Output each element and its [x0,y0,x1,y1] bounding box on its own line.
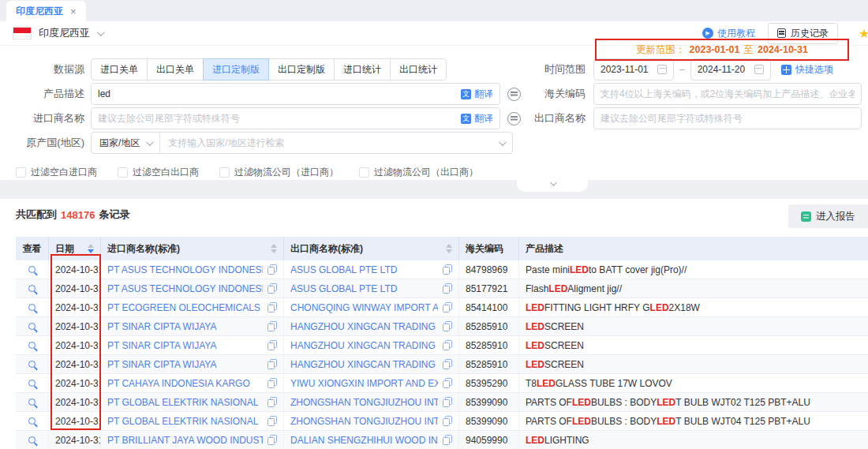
copy-icon[interactable] [443,435,452,445]
copy-icon[interactable] [443,264,452,275]
exporter-link[interactable]: HANGZHOU XINGCAN TRADING CO LTD [290,359,438,370]
filter-logistics-exporter[interactable]: 过滤物流公司（出口商） [359,166,478,179]
importer-link[interactable]: PT SINAR CIPTA WIJAYA [107,321,263,332]
calendar-icon[interactable] [657,65,667,74]
exporter-input[interactable] [600,113,855,124]
copy-icon[interactable] [443,359,452,369]
update-range-annotation: 更新范围： 2023-01-01 至 2024-10-31 [595,39,849,61]
importer-link[interactable]: PT CAHAYA INDONESIA KARGO [107,378,263,389]
filter-blank-importer[interactable]: 过滤空白进口商 [16,166,97,179]
exporter-link[interactable]: HANGZHOU XINGCAN TRADING CO LTD [290,340,438,351]
importer-link[interactable]: PT GLOBAL ELEKTRIK NASIONAL [107,397,263,408]
col-importer[interactable]: 进口商名称(标准) [101,237,284,260]
copy-icon[interactable] [443,283,452,294]
view-detail-icon[interactable] [28,323,36,330]
view-detail-icon[interactable] [28,380,36,387]
chevron-down-icon[interactable] [499,138,507,146]
checkbox-icon [359,167,369,178]
filter-logistics-importer[interactable]: 过滤物流公司（进口商） [219,166,339,179]
exporter-link[interactable]: ASUS GLOBAL PTE LTD [290,283,438,294]
importer-input[interactable] [98,113,455,124]
segment-export-custom[interactable]: 出口定制版 [268,58,335,80]
copy-icon[interactable] [268,321,277,331]
report-label: 进入报告 [816,210,855,223]
chevron-down-icon[interactable] [97,28,105,36]
translate-button[interactable]: 文 翻译 [455,112,493,125]
copy-icon[interactable] [268,264,277,275]
importer-link[interactable]: PT GLOBAL ELEKTRIK NASIONAL [107,416,263,427]
segment-import-custom[interactable]: 进口定制版 [203,58,269,80]
view-detail-icon[interactable] [28,342,36,349]
indonesia-flag-icon [13,27,32,39]
view-detail-icon[interactable] [28,417,36,425]
copy-icon[interactable] [268,283,277,294]
end-date-input[interactable] [698,64,754,75]
view-detail-icon[interactable] [28,285,36,292]
view-detail-icon[interactable] [28,398,36,406]
importer-link[interactable]: PT ASUS TECHNOLOGY INDONESIA BA... [107,283,263,294]
segment-export-declaration[interactable]: 出口关单 [147,58,204,80]
product-desc-input[interactable] [98,88,455,99]
importer-link[interactable]: PT SINAR CIPTA WIJAYA [107,340,263,351]
sort-icons[interactable] [441,244,452,253]
date-separator: – [679,64,685,75]
segment-import-declaration[interactable]: 进口关单 [91,58,148,80]
start-date-input[interactable] [600,64,657,75]
collapse-form-button[interactable] [517,180,588,192]
translate-button[interactable]: 文 翻译 [455,88,493,101]
exporter-link[interactable]: CHONGQING WINWAY IMPORT AND E... [290,302,438,313]
view-detail-icon[interactable] [28,361,36,368]
origin-type-select[interactable]: 国家/地区 [92,133,160,153]
country-name: 印度尼西亚 [39,26,90,40]
copy-icon[interactable] [268,340,277,350]
importer-link[interactable]: PT ASUS TECHNOLOGY INDONESIA BA... [107,264,263,275]
importer-link[interactable]: PT SINAR CIPTA WIJAYA [107,359,263,370]
star-icon[interactable]: ★ [859,26,868,41]
view-detail-icon[interactable] [28,436,36,443]
col-date[interactable]: 日期 [49,237,101,260]
exporter-link[interactable]: YIWU XIONGXIN IMPORT AND EXPORT... [290,378,438,389]
copy-icon[interactable] [268,397,277,407]
view-detail-icon[interactable] [28,266,36,273]
segment-import-stats[interactable]: 进口统计 [334,58,391,80]
enter-report-button[interactable]: 进入报告 [788,204,868,228]
importer-row: 进口商名称 文 翻译 [0,107,521,129]
play-circle-icon: ▶ [702,28,713,39]
row-date: 2024-10-31 [49,298,101,316]
copy-icon[interactable] [443,416,452,426]
copy-icon[interactable] [268,378,277,388]
copy-icon[interactable] [268,302,277,312]
exact-match-toggle-icon[interactable] [507,88,521,101]
exporter-link[interactable]: DALIAN SHENGZHIHUI WOOD INDUST... [290,435,438,446]
importer-link[interactable]: PT ECOGREEN OLEOCHEMICALS [107,302,263,313]
exporter-link[interactable]: HANGZHOU XINGCAN TRADING CO LTD [290,321,438,332]
copy-icon[interactable] [443,340,452,350]
copy-icon[interactable] [268,435,277,445]
hs-code-input[interactable] [600,88,855,99]
exporter-link[interactable]: ASUS GLOBAL PTE LTD [290,264,438,275]
view-detail-icon[interactable] [28,304,36,311]
exporter-label: 出口商名称 [529,111,593,125]
close-icon[interactable]: × [70,6,77,17]
copy-icon[interactable] [268,416,277,426]
calendar-icon[interactable] [754,65,764,74]
col-exporter[interactable]: 出口商名称(标准) [284,237,459,260]
sort-icons[interactable] [266,244,277,253]
copy-icon[interactable] [443,397,452,407]
exporter-link[interactable]: ZHONGSHAN TONGJIUZHOU INTERNA... [290,397,438,408]
filter-blank-exporter[interactable]: 过滤空白出口商 [118,166,199,179]
exact-match-toggle-icon[interactable] [507,112,521,125]
copy-icon[interactable] [443,302,452,312]
importer-link[interactable]: PT BRILLIANT JAYA WOOD INDUSTRY [107,435,263,446]
segment-export-stats[interactable]: 出口统计 [390,58,447,80]
tab-indonesia[interactable]: 印度尼西亚 × [6,1,86,21]
origin-search-input[interactable] [160,137,499,148]
copy-icon[interactable] [443,378,452,388]
quick-options-link[interactable]: 快捷选项 [781,63,833,77]
exporter-link[interactable]: ZHONGSHAN TONGJIUZHOU INTERNA... [290,416,438,427]
tutorial-link[interactable]: ▶ 使用教程 [702,27,755,40]
copy-icon[interactable] [268,359,277,369]
sort-icons[interactable] [83,244,94,253]
row-date: 2024-10-31 [49,336,101,354]
copy-icon[interactable] [443,321,452,331]
